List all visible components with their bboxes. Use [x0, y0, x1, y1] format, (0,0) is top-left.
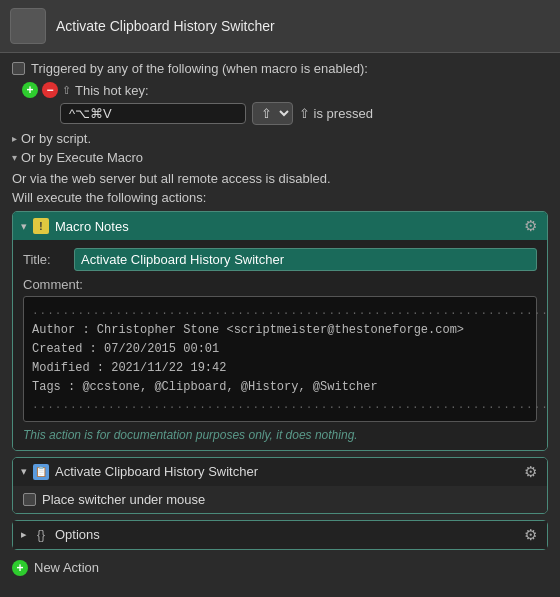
options-section: ▸ {} Options ⚙	[12, 520, 548, 550]
macro-notes-body: Title: Comment: ........................…	[13, 240, 547, 450]
will-execute-text: Will execute the following actions:	[12, 190, 548, 205]
activate-clipboard-body: Place switcher under mouse	[13, 486, 547, 513]
comment-modified: Modified : 2021/11/22 19:42	[32, 359, 528, 378]
hotkey-header: + − ⇧ This hot key:	[22, 82, 548, 98]
options-chevron-icon[interactable]: ▸	[21, 528, 27, 541]
macro-notes-chevron-icon[interactable]: ▾	[21, 220, 27, 233]
add-hotkey-button[interactable]: +	[22, 82, 38, 98]
place-switcher-checkbox[interactable]	[23, 493, 36, 506]
remove-hotkey-button[interactable]: −	[42, 82, 58, 98]
notes-comment-box[interactable]: ........................................…	[23, 296, 537, 422]
hotkey-control-row: ⇧ ⇧ is pressed	[60, 102, 548, 125]
options-header: ▸ {} Options ⚙	[13, 521, 547, 549]
activate-clipboard-chevron-icon[interactable]: ▾	[21, 465, 27, 478]
options-gear-icon[interactable]: ⚙	[521, 526, 539, 544]
or-by-execute-label: Or by Execute Macro	[21, 150, 143, 165]
new-action-row: + New Action	[12, 556, 548, 580]
script-chevron-icon: ▸	[12, 133, 17, 144]
comment-tags: Tags : @ccstone, @Clipboard, @History, @…	[32, 378, 528, 397]
is-pressed-label: ⇧ is pressed	[299, 106, 373, 121]
place-switcher-row: Place switcher under mouse	[23, 492, 537, 507]
hotkey-label: This hot key:	[75, 83, 149, 98]
macro-notes-title: Macro Notes	[55, 219, 515, 234]
or-by-execute-row[interactable]: ▾ Or by Execute Macro	[12, 148, 548, 167]
window-title: Activate Clipboard History Switcher	[56, 18, 275, 34]
clipboard-icon: 📋	[33, 464, 49, 480]
hotkey-trigger-dropdown[interactable]: ⇧	[252, 102, 293, 125]
hotkey-input[interactable]	[60, 103, 246, 124]
place-switcher-label: Place switcher under mouse	[42, 492, 205, 507]
notes-title-label: Title:	[23, 252, 68, 267]
hotkey-shift-icon: ⇧	[62, 84, 71, 97]
new-action-add-button[interactable]: +	[12, 560, 28, 576]
trigger-section: Triggered by any of the following (when …	[12, 61, 548, 76]
activate-clipboard-header: ▾ 📋 Activate Clipboard History Switcher …	[13, 458, 547, 486]
comment-author: Author : Christopher Stone <scriptmeiste…	[32, 321, 528, 340]
comment-dots-top: ........................................…	[32, 303, 528, 321]
or-by-script-label: Or by script.	[21, 131, 91, 146]
options-braces-icon: {}	[33, 527, 49, 543]
comment-dots-bottom: ........................................…	[32, 397, 528, 415]
comment-created: Created : 07/20/2015 00:01	[32, 340, 528, 359]
macro-notes-icon: !	[33, 218, 49, 234]
notes-title-input[interactable]	[74, 248, 537, 271]
execute-chevron-icon: ▾	[12, 152, 17, 163]
activate-clipboard-gear-icon[interactable]: ⚙	[521, 463, 539, 481]
window-header: Activate Clipboard History Switcher	[0, 0, 560, 53]
options-title: Options	[55, 527, 515, 542]
or-by-script-row[interactable]: ▸ Or by script.	[12, 129, 548, 148]
web-server-text: Or via the web server but all remote acc…	[12, 171, 548, 186]
notes-title-row: Title:	[23, 248, 537, 271]
macro-icon	[10, 8, 46, 44]
macro-notes-header: ▾ ! Macro Notes ⚙	[13, 212, 547, 240]
hotkey-section: + − ⇧ This hot key: ⇧ ⇧ is pressed	[22, 82, 548, 125]
macro-notes-section: ▾ ! Macro Notes ⚙ Title: Comment: ......…	[12, 211, 548, 451]
notes-comment-label: Comment:	[23, 277, 537, 292]
activate-clipboard-title: Activate Clipboard History Switcher	[55, 464, 515, 479]
new-action-label: New Action	[34, 560, 99, 575]
notes-footer-text: This action is for documentation purpose…	[23, 428, 537, 442]
activate-clipboard-section: ▾ 📋 Activate Clipboard History Switcher …	[12, 457, 548, 514]
trigger-checkbox[interactable]	[12, 62, 25, 75]
main-body: Triggered by any of the following (when …	[0, 53, 560, 586]
macro-notes-gear-icon[interactable]: ⚙	[521, 217, 539, 235]
trigger-label: Triggered by any of the following (when …	[31, 61, 368, 76]
